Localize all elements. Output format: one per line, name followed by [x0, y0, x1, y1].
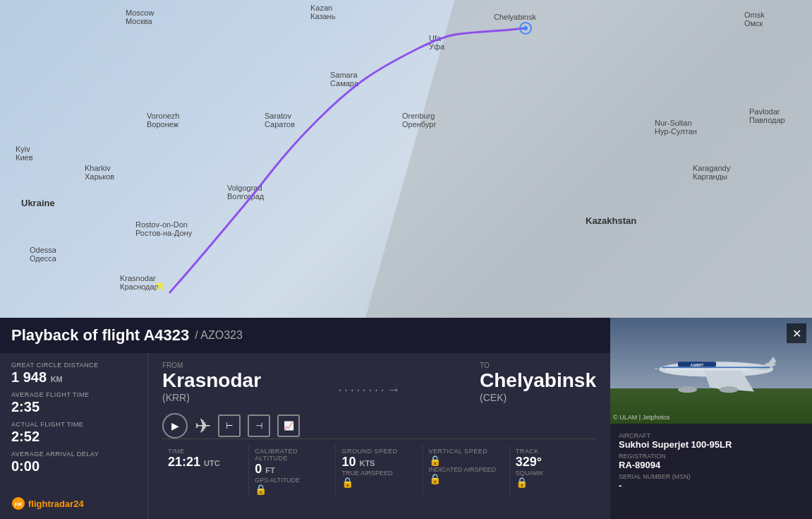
- gnd-spd-value: 10 KTS: [341, 455, 416, 470]
- time-value: 21:21 UTC: [168, 455, 243, 470]
- true-airspeed-label: TRUE AIRSPEED: [341, 470, 416, 477]
- route-arrow: ········→: [275, 381, 466, 398]
- aircraft-details: AIRCRAFT Sukhoi Superjet 100-95LR REGIST…: [610, 424, 812, 496]
- plane-icon: ✈: [195, 414, 211, 438]
- cal-alt-value: 0 FT: [255, 462, 329, 477]
- vertical-speed-field: VERTICAL SPEED 🔒 INDICATED AIRSPEED 🔒: [423, 445, 510, 498]
- svg-point-2: [523, 26, 528, 30]
- great-circle-distance: GREAT CIRCLE DISTANCE 1 948 KM: [11, 362, 136, 386]
- serial-label: SERIAL NUMBER (MSN): [619, 473, 804, 480]
- avg-delay-value: 0:00: [11, 458, 136, 475]
- avg-flight-label: AVERAGE FLIGHT TIME: [11, 391, 136, 398]
- to-label: TO: [480, 362, 596, 369]
- track-value: 329°: [516, 455, 590, 470]
- photo-credit: © ULAM | Jetphotos: [613, 414, 670, 421]
- squawk-lock-icon: 🔒: [516, 477, 590, 488]
- from-city: Krasnodar: [162, 369, 261, 392]
- play-button[interactable]: ▶: [162, 413, 188, 439]
- flightradar-logo: FR flightradar24: [11, 496, 136, 511]
- average-arrival-delay: AVERAGE ARRIVAL DELAY 0:00: [11, 451, 136, 475]
- right-panel: АЗИМУТ © ULAM | Jetphotos ✕ AIRCRAFT Suk…: [610, 318, 812, 519]
- from-code: (KRR): [162, 392, 261, 403]
- cal-alt-label: CALIBRATED ALTITUDE: [255, 448, 329, 462]
- track-field: TRACK 329° SQUAWK 🔒: [510, 445, 596, 498]
- actual-flight-value: 2:52: [11, 428, 136, 445]
- fr24-logo-icon: FR: [11, 496, 25, 511]
- aircraft-photo: АЗИМУТ © ULAM | Jetphotos ✕: [610, 318, 812, 424]
- chart-button[interactable]: 📈: [277, 414, 300, 437]
- rewind-button[interactable]: ⊢: [218, 414, 241, 437]
- indicated-airspeed-lock-icon: 🔒: [429, 473, 504, 484]
- squawk-label: SQUAWK: [516, 470, 590, 477]
- vert-spd-lock-icon: 🔒: [429, 455, 504, 466]
- avg-flight-value: 2:35: [11, 398, 136, 415]
- actual-flight-label: ACTUAL FLIGHT TIME: [11, 421, 136, 428]
- aircraft-photo-svg: АЗИМУТ: [610, 318, 812, 424]
- aircraft-label: AIRCRAFT: [619, 432, 804, 439]
- title-bar: Playback of flight A4323 / AZO323: [0, 318, 610, 353]
- left-stats: GREAT CIRCLE DISTANCE 1 948 KM AVERAGE F…: [0, 353, 148, 519]
- fastforward-button[interactable]: ⊣: [248, 414, 270, 437]
- true-airspeed-lock-icon: 🔒: [341, 477, 416, 488]
- svg-text:✈: ✈: [150, 276, 170, 296]
- stats-route-row: GREAT CIRCLE DISTANCE 1 948 KM AVERAGE F…: [0, 353, 610, 519]
- track-label: TRACK: [516, 448, 590, 455]
- flight-subtitle: / AZO323: [195, 329, 243, 342]
- svg-point-8: [678, 386, 697, 393]
- calibrated-altitude-field: CALIBRATED ALTITUDE 0 FT GPS ALTITUDE 🔒: [249, 445, 336, 498]
- registration-label: REGISTRATION: [619, 453, 804, 460]
- average-flight-time: AVERAGE FLIGHT TIME 2:35: [11, 391, 136, 415]
- vert-spd-label: VERTICAL SPEED: [429, 448, 504, 455]
- great-circle-value: 1 948 KM: [11, 369, 136, 386]
- svg-text:АЗИМУТ: АЗИМУТ: [691, 364, 704, 367]
- time-label: TIME: [168, 448, 243, 455]
- aircraft-name: Sukhoi Superjet 100-95LR: [619, 439, 804, 450]
- map-container: MoscowМосква KazanКазань Chelyabinsk Oms…: [0, 0, 812, 318]
- to-code: (CEK): [480, 392, 596, 403]
- from-label: FROM: [162, 362, 261, 369]
- actual-flight-time: ACTUAL FLIGHT TIME 2:52: [11, 421, 136, 445]
- center-route: FROM Krasnodar (KRR) ········→ TO Chelya…: [148, 353, 610, 519]
- ground-speed-field: GROUND SPEED 10 KTS TRUE AIRSPEED 🔒: [336, 445, 423, 498]
- svg-point-9: [720, 386, 739, 393]
- avg-delay-label: AVERAGE ARRIVAL DELAY: [11, 451, 136, 458]
- time-field: TIME 21:21 UTC: [162, 445, 249, 498]
- flight-title: Playback of flight A4323: [11, 326, 189, 345]
- registration-value: RA-89094: [619, 460, 804, 470]
- close-button[interactable]: ✕: [787, 323, 806, 343]
- play-controls: ▶ ✈ ⊢ ⊣ 📈: [162, 413, 596, 439]
- info-panel: Playback of flight A4323 / AZO323 GREAT …: [0, 318, 610, 519]
- great-circle-label: GREAT CIRCLE DISTANCE: [11, 362, 136, 369]
- indicated-airspeed-label: INDICATED AIRSPEED: [429, 466, 504, 473]
- data-fields: TIME 21:21 UTC CALIBRATED ALTITUDE 0 FT …: [162, 439, 596, 498]
- gnd-spd-label: GROUND SPEED: [341, 448, 416, 455]
- serial-value: -: [619, 480, 804, 491]
- svg-text:FR: FR: [15, 501, 23, 508]
- gps-lock-icon: 🔒: [255, 484, 329, 495]
- to-city: Chelyabinsk: [480, 369, 596, 392]
- gps-alt-label: GPS ALTITUDE: [255, 477, 329, 484]
- flight-path: ✈: [0, 0, 812, 318]
